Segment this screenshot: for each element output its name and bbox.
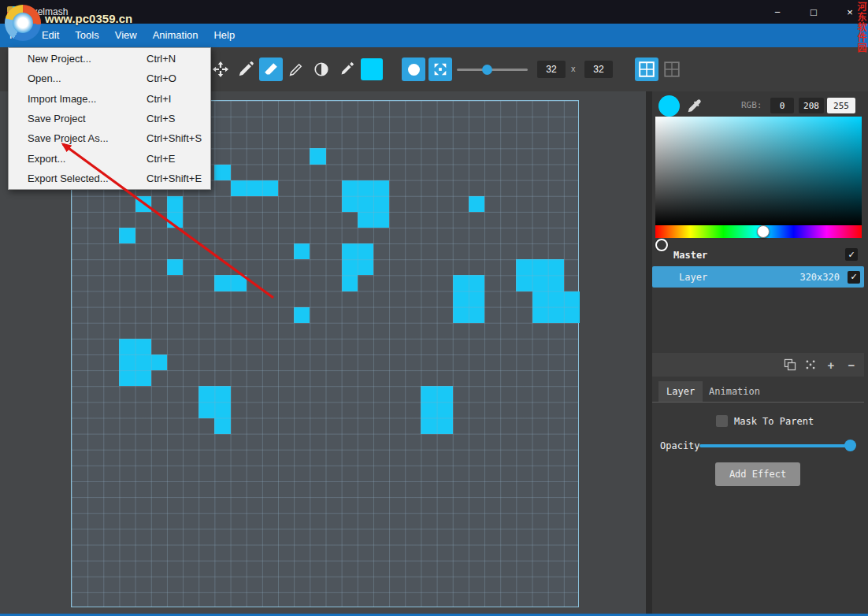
canvas-pixel bbox=[231, 180, 247, 196]
canvas-pixel bbox=[135, 339, 151, 354]
pencil-icon bbox=[237, 61, 254, 78]
scatter-button[interactable] bbox=[428, 58, 452, 81]
canvas-pixel bbox=[532, 307, 548, 323]
menu-item-new-project[interactable]: New Project...Ctrl+N bbox=[9, 49, 210, 69]
plus-icon: + bbox=[828, 358, 835, 372]
tab-layer[interactable]: Layer bbox=[658, 381, 703, 403]
saturation-value-field[interactable] bbox=[655, 117, 862, 225]
green-value-field[interactable]: 208 bbox=[799, 98, 824, 113]
maximize-button[interactable]: □ bbox=[796, 0, 832, 24]
layer-row[interactable]: Layer 320x320 ✓ bbox=[652, 266, 864, 288]
move-tool-button[interactable] bbox=[209, 58, 232, 81]
add-effect-button[interactable]: Add Effect bbox=[715, 462, 800, 486]
canvas-pixel bbox=[119, 339, 135, 354]
canvas-pixel bbox=[453, 307, 469, 323]
canvas-width-input[interactable] bbox=[537, 61, 566, 78]
menu-item-save-project-as[interactable]: Save Project As...Ctrl+Shift+S bbox=[9, 128, 210, 148]
canvas-pixel bbox=[564, 291, 580, 307]
menu-item-export[interactable]: Export...Ctrl+E bbox=[9, 148, 210, 168]
menubar-item-file[interactable]: File bbox=[2, 24, 34, 47]
dimension-separator: x bbox=[571, 64, 576, 73]
menu-item-export-selected[interactable]: Export Selected...Ctrl+Shift+E bbox=[9, 169, 210, 188]
canvas-pixel bbox=[453, 291, 469, 307]
canvas-pixel bbox=[247, 180, 262, 196]
duplicate-icon bbox=[783, 358, 797, 372]
canvas-height-input[interactable] bbox=[584, 61, 613, 78]
menubar-item-animation[interactable]: Animation bbox=[145, 24, 206, 47]
layer-actions-strip: + − bbox=[652, 353, 864, 377]
grid-toggle-2-button[interactable] bbox=[660, 58, 684, 81]
canvas-pixel bbox=[516, 259, 532, 275]
red-value-field[interactable]: 0 bbox=[770, 98, 794, 113]
current-color-circle[interactable] bbox=[658, 95, 680, 117]
duplicate-layer-button[interactable] bbox=[781, 356, 799, 373]
add-layer-button[interactable]: + bbox=[822, 356, 840, 373]
menu-item-shortcut: Ctrl+Shift+S bbox=[147, 132, 202, 144]
hue-marker[interactable] bbox=[757, 225, 770, 238]
pixelmash-window: Pixelmash − □ × FileEditToolsViewAnimati… bbox=[0, 0, 868, 616]
layer-name: Layer bbox=[679, 272, 707, 283]
canvas-pixel bbox=[373, 180, 389, 196]
mask-to-parent-checkbox[interactable] bbox=[716, 415, 728, 427]
eyedropper-button[interactable] bbox=[685, 98, 703, 115]
canvas-pixel bbox=[342, 275, 358, 291]
shade-tool-button[interactable] bbox=[310, 58, 333, 81]
menubar-item-help[interactable]: Help bbox=[206, 24, 243, 47]
blue-value-field[interactable]: 255 bbox=[827, 98, 855, 113]
menu-item-label: Export Selected... bbox=[28, 173, 147, 184]
layer-visibility-checkbox[interactable]: ✓ bbox=[848, 271, 860, 284]
merge-layer-button[interactable] bbox=[802, 356, 819, 373]
canvas-pixel bbox=[214, 165, 230, 180]
canvas-pixel bbox=[214, 418, 230, 434]
grid-off-icon bbox=[663, 61, 681, 78]
canvas-pixel bbox=[342, 243, 358, 259]
canvas-pixel bbox=[198, 402, 214, 417]
menubar-item-tools[interactable]: Tools bbox=[67, 24, 106, 47]
canvas-pixel bbox=[358, 180, 373, 196]
tab-animation[interactable]: Animation bbox=[701, 381, 768, 403]
opacity-slider-knob[interactable] bbox=[844, 440, 856, 451]
pen-icon bbox=[338, 61, 355, 78]
menubar-item-view[interactable]: View bbox=[107, 24, 145, 47]
brush-size-slider-knob[interactable] bbox=[482, 65, 492, 75]
sv-marker[interactable] bbox=[655, 239, 668, 251]
canvas-pixel bbox=[548, 291, 564, 307]
menu-item-label: New Project... bbox=[28, 53, 147, 65]
close-button[interactable]: × bbox=[832, 0, 868, 24]
canvas-pixel bbox=[135, 370, 151, 386]
pencil-tool-button[interactable] bbox=[234, 58, 258, 81]
add-effect-label: Add Effect bbox=[729, 469, 786, 480]
canvas-pixel bbox=[294, 307, 310, 323]
file-menu: New Project...Ctrl+NOpen...Ctrl+OImport … bbox=[8, 47, 211, 190]
canvas-pixel bbox=[437, 386, 453, 402]
line-tool-button[interactable] bbox=[284, 58, 308, 81]
menu-item-open[interactable]: Open...Ctrl+O bbox=[9, 69, 210, 88]
brush-shape-button[interactable] bbox=[402, 58, 425, 81]
remove-layer-button[interactable]: − bbox=[843, 356, 860, 373]
canvas-pixel bbox=[119, 354, 135, 370]
menu-item-save-project[interactable]: Save ProjectCtrl+S bbox=[9, 109, 210, 128]
minimize-button[interactable]: − bbox=[759, 0, 796, 24]
brush-size-slider[interactable] bbox=[457, 69, 528, 71]
tab-divider bbox=[652, 402, 864, 403]
opacity-slider[interactable] bbox=[699, 444, 855, 447]
menu-item-label: Export... bbox=[28, 153, 147, 165]
grid-toggle-button[interactable] bbox=[635, 58, 658, 81]
master-visibility-checkbox[interactable]: ✓ bbox=[845, 248, 858, 261]
menu-item-import-image[interactable]: Import Image...Ctrl+I bbox=[9, 89, 210, 109]
canvas-pixel bbox=[342, 259, 358, 275]
grid-icon bbox=[638, 61, 655, 78]
toolbar-color-swatch[interactable] bbox=[361, 58, 383, 80]
window-controls: − □ × bbox=[759, 0, 868, 24]
canvas-pixel bbox=[167, 196, 183, 212]
canvas-pixel bbox=[358, 196, 373, 212]
canvas-pixel bbox=[310, 148, 325, 164]
canvas-pixel bbox=[548, 307, 564, 323]
round-brush-icon bbox=[408, 64, 420, 76]
menubar-item-edit[interactable]: Edit bbox=[34, 24, 67, 47]
mask-to-parent-label: Mask To Parent bbox=[734, 416, 814, 427]
eraser-tool-button[interactable] bbox=[259, 58, 283, 81]
canvas-pixel bbox=[198, 386, 214, 402]
pen-tool-button[interactable] bbox=[335, 58, 358, 81]
canvas-pixel bbox=[135, 196, 151, 212]
